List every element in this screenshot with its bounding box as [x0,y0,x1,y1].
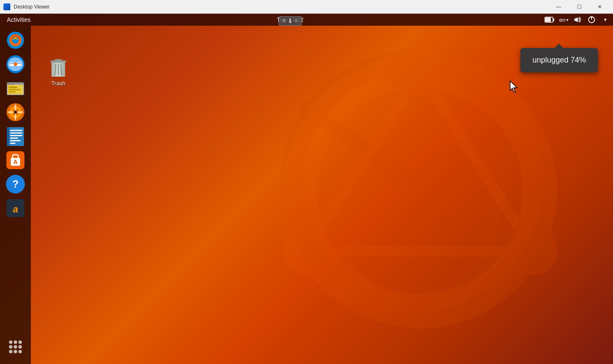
svg-rect-19 [7,82,15,85]
sidebar-item-help[interactable]: ? [4,173,27,195]
svg-rect-38 [9,140,21,141]
panel-right: en ▾ ▾ [543,14,613,26]
svg-point-0 [291,63,532,303]
power-icon [588,16,595,24]
keyboard-download-icon: ⬇ [288,18,293,24]
svg-point-3 [510,228,557,275]
svg-rect-7 [545,18,551,22]
panel-center: ⠿ ⬇ ⠿ Tue 17:02 [37,16,543,23]
battery-tooltip-text: unplugged 74% [532,56,586,64]
amazon-icon: a [6,198,25,218]
thunderbird-icon [6,54,25,74]
window-controls: — ☐ ✕ [549,0,610,14]
svg-rect-31 [17,111,23,113]
keyboard-indicator[interactable]: ⠿ ⬇ ⠿ [279,16,302,26]
software-icon: A [6,150,25,170]
help-icon: ? [6,174,25,194]
files-icon [5,78,26,98]
svg-rect-21 [9,87,17,88]
svg-rect-29 [15,114,16,120]
svg-point-1 [389,48,434,93]
battery-button[interactable] [543,14,556,26]
sidebar-item-files[interactable] [4,77,27,99]
svg-point-2 [397,48,444,95]
keyboard-dots-left: ⠿ [282,19,286,24]
svg-point-27 [14,111,17,113]
window-title: Desktop Viewer [14,4,549,10]
svg-rect-34 [9,130,22,131]
ubuntu-desktop: Activities ⠿ ⬇ ⠿ Tue 17:02 en [0,14,613,364]
sidebar-item-rhythmbox[interactable] [4,101,27,123]
sidebar-item-software[interactable]: A [4,149,27,171]
svg-text:?: ? [12,178,19,190]
maximize-button[interactable]: ☐ [569,0,589,14]
language-label: en [559,17,565,23]
svg-text:A: A [13,158,18,165]
svg-rect-36 [9,135,22,136]
battery-tooltip: unplugged 74% [520,48,598,72]
keyboard-dots-right: ⠿ [294,19,298,24]
app-icon [3,3,10,10]
sidebar-item-writer[interactable] [4,125,27,147]
power-button[interactable] [586,14,598,26]
svg-rect-6 [553,18,554,21]
writer-icon [6,126,25,146]
mouse-cursor [509,80,519,95]
sidebar-item-amazon[interactable]: a [4,197,27,219]
svg-rect-39 [9,143,15,144]
svg-point-4 [283,228,330,275]
system-menu-button[interactable]: ▾ [599,14,611,26]
battery-icon [544,16,555,23]
left-dock: A ? a [0,26,31,364]
svg-marker-8 [574,17,578,22]
svg-rect-30 [8,111,14,113]
volume-button[interactable] [572,14,584,26]
svg-rect-28 [15,104,16,110]
rhythmbox-icon [6,102,25,122]
activities-button[interactable]: Activities [0,14,37,26]
svg-rect-23 [9,91,15,92]
sidebar-item-thunderbird[interactable] [4,53,27,75]
trash-desktop-icon[interactable]: Trash [47,54,69,88]
volume-icon [574,16,582,23]
language-chevron-icon: ▾ [566,18,568,22]
svg-text:a: a [13,204,18,215]
top-panel: Activities ⠿ ⬇ ⠿ Tue 17:02 en [0,14,613,26]
windows-titlebar: Desktop Viewer — ☐ ✕ [0,0,613,14]
svg-rect-40 [7,127,9,146]
svg-rect-54 [55,59,62,61]
trash-label: Trash [51,80,66,87]
svg-rect-22 [9,89,21,90]
system-menu-chevron-icon: ▾ [604,17,607,23]
minimize-button[interactable]: — [549,0,568,14]
sidebar-item-firefox[interactable] [4,29,27,51]
close-button[interactable]: ✕ [590,0,610,14]
language-button[interactable]: en ▾ [558,14,570,26]
app-grid-icon [9,340,22,353]
firefox-icon [6,30,25,50]
svg-rect-35 [9,132,22,134]
trash-can-icon [49,56,68,78]
show-applications-button[interactable] [5,337,26,357]
